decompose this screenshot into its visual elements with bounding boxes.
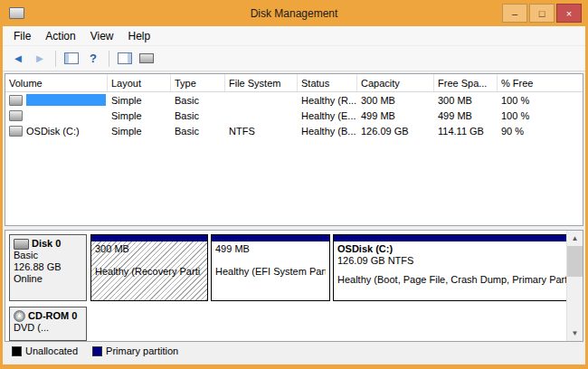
cdrom-name: CD-ROM 0	[28, 310, 77, 322]
disk0-info-box[interactable]: Disk 0 Basic 126.88 GB Online	[9, 234, 87, 301]
volume-row-osdisk[interactable]: OSDisk (C:) Simple Basic NTFS Healthy (B…	[5, 123, 583, 138]
column-header-type[interactable]: Type	[171, 74, 225, 91]
cell-pct-free: 90 %	[498, 123, 583, 138]
scrollbar-track[interactable]	[567, 277, 583, 326]
cell-free-space: 114.11 GB	[434, 123, 498, 138]
cell-layout: Simple	[108, 108, 171, 123]
cell-volume	[5, 108, 108, 123]
volume-icon	[9, 126, 23, 137]
partition-status: Healthy (Recovery Parti	[95, 266, 204, 278]
graphical-view-panel: Disk 0 Basic 126.88 GB Online 300 MB Hea…	[5, 230, 583, 342]
legend-bar: Unallocated Primary partition	[5, 342, 583, 360]
table-header: Volume Layout Type File System Status Ca…	[5, 74, 583, 92]
maximize-button[interactable]: □	[529, 4, 555, 23]
primary-partition-swatch	[92, 346, 102, 356]
disk-row-disk0: Disk 0 Basic 126.88 GB Online 300 MB Hea…	[9, 234, 563, 301]
disk-name: Disk 0	[32, 238, 61, 250]
volume-row-recovery[interactable]: Simple Basic Healthy (R... 300 MB 300 MB…	[5, 92, 583, 108]
cell-free-space: 499 MB	[434, 108, 498, 123]
cell-layout: Simple	[108, 123, 171, 138]
disk-area: Disk 0 Basic 126.88 GB Online 300 MB Hea…	[5, 231, 566, 341]
cell-file-system	[225, 108, 298, 123]
toolbar-separator	[55, 51, 56, 67]
legend-item-unallocated: Unallocated	[12, 345, 78, 356]
column-header-capacity[interactable]: Capacity	[357, 74, 434, 91]
disk-type: Basic	[14, 250, 82, 261]
partition-size: 300 MB	[95, 243, 204, 255]
partition-name: OSDisk (C:)	[337, 243, 566, 255]
menu-file[interactable]: File	[6, 28, 38, 44]
menu-action[interactable]: Action	[38, 28, 82, 44]
disk-properties-icon[interactable]	[137, 49, 156, 69]
disk-size: 126.88 GB	[14, 261, 82, 273]
partition-size: 499 MB	[215, 243, 326, 255]
cell-layout: Simple	[108, 92, 171, 108]
help-icon[interactable]: ?	[83, 49, 103, 69]
legend-label: Unallocated	[25, 345, 78, 356]
cdrom-icon	[14, 310, 25, 322]
column-header-free-space[interactable]: Free Spa...	[434, 74, 498, 91]
column-header-status[interactable]: Status	[298, 74, 357, 91]
window-controls: – □ ×	[500, 4, 585, 23]
cdrom-type: DVD (...	[14, 322, 82, 334]
volume-row-efi[interactable]: Simple Basic Healthy (E... 499 MB 499 MB…	[5, 108, 583, 123]
cell-status: Healthy (B...	[298, 123, 357, 138]
cell-status: Healthy (R...	[298, 92, 357, 108]
disk-icon	[14, 239, 29, 250]
partition-type-bar	[91, 235, 207, 241]
partition-type-bar	[334, 235, 566, 241]
volume-name: OSDisk (C:)	[26, 126, 80, 137]
scrollbar-thumb[interactable]	[567, 246, 583, 277]
action-pane-icon[interactable]	[115, 49, 135, 69]
system-menu-icon[interactable]	[9, 7, 24, 19]
partition-recovery[interactable]: 300 MB Healthy (Recovery Parti	[90, 234, 208, 301]
disk-management-window: Disk Management – □ × File Action View H…	[0, 0, 588, 369]
window-title: Disk Management	[3, 7, 585, 20]
cell-pct-free: 100 %	[498, 92, 583, 108]
menu-help[interactable]: Help	[121, 28, 158, 44]
partition-efi[interactable]: 499 MB Healthy (EFI System Partit	[211, 234, 330, 301]
vertical-scrollbar[interactable]: ▲ ▼	[566, 231, 583, 341]
column-header-file-system[interactable]: File System	[225, 74, 298, 91]
cell-type: Basic	[171, 92, 225, 108]
cell-volume: OSDisk (C:)	[5, 123, 108, 138]
cell-file-system	[225, 92, 298, 108]
cell-type: Basic	[171, 108, 225, 123]
titlebar: Disk Management – □ ×	[3, 0, 585, 26]
forward-icon[interactable]: ►	[30, 49, 50, 69]
volume-icon	[9, 95, 23, 106]
menu-bar: File Action View Help	[3, 26, 585, 46]
disk-row-cdrom0: CD-ROM 0 DVD (...	[9, 307, 563, 341]
legend-item-primary-partition: Primary partition	[92, 345, 178, 356]
cdrom0-info-box[interactable]: CD-ROM 0 DVD (...	[9, 307, 87, 341]
back-icon[interactable]: ◄	[8, 49, 28, 69]
selected-volume-highlight	[26, 94, 106, 106]
toolbar-separator	[109, 51, 109, 67]
partition-type-bar	[212, 235, 329, 241]
cell-capacity: 300 MB	[357, 92, 434, 108]
cell-volume	[5, 92, 108, 108]
console-tree-icon[interactable]	[62, 49, 81, 69]
cell-type: Basic	[171, 123, 225, 138]
unallocated-swatch	[12, 346, 22, 356]
cell-status: Healthy (E...	[298, 108, 357, 123]
partition-strip: 300 MB Healthy (Recovery Parti 499 MB He…	[90, 234, 566, 301]
menu-view[interactable]: View	[83, 28, 121, 44]
column-header-pct-free[interactable]: % Free	[498, 74, 583, 91]
minimize-button[interactable]: –	[502, 4, 527, 23]
partition-status: Healthy (Boot, Page File, Crash Dump, Pr…	[337, 274, 566, 286]
volume-list-panel: Volume Layout Type File System Status Ca…	[5, 73, 583, 226]
cell-pct-free: 100 %	[498, 108, 583, 123]
partition-osdisk[interactable]: OSDisk (C:) 126.09 GB NTFS Healthy (Boot…	[333, 234, 566, 301]
legend-label: Primary partition	[106, 345, 178, 356]
column-header-volume[interactable]: Volume	[5, 74, 108, 91]
close-button[interactable]: ×	[556, 4, 582, 23]
cell-free-space: 300 MB	[434, 92, 498, 108]
partition-status: Healthy (EFI System Partit	[215, 266, 326, 278]
cell-capacity: 126.09 GB	[357, 123, 434, 138]
console-content: Volume Layout Type File System Status Ca…	[3, 71, 585, 364]
toolbar: ◄ ► ?	[3, 46, 585, 71]
scroll-up-icon[interactable]: ▲	[567, 231, 583, 246]
scroll-down-icon[interactable]: ▼	[567, 326, 583, 341]
column-header-layout[interactable]: Layout	[108, 74, 171, 91]
